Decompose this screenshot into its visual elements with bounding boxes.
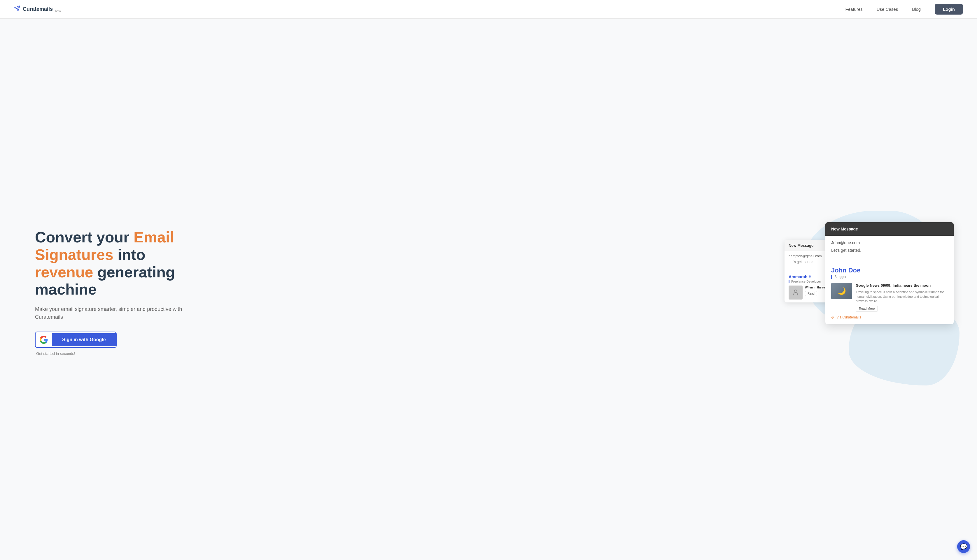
via-icon: ✈ (831, 315, 835, 320)
article-desc: Traveling to space is both a scientific … (856, 290, 948, 303)
email-large-article: 🌙 Google News 09/09: India nears the moo… (831, 283, 948, 312)
nav-features[interactable]: Features (845, 7, 863, 12)
email-card-large: New Message John@doe.com Let's get start… (825, 222, 954, 324)
nav-blog[interactable]: Blog (912, 7, 921, 12)
logo[interactable]: Curatemails beta (14, 5, 61, 13)
navbar: Curatemails beta Features Use Cases Blog… (0, 0, 977, 18)
email-large-msg: Let's get started. (831, 248, 948, 253)
email-large-sig-role: Blogger (831, 275, 948, 279)
email-large-divider: -- (831, 260, 948, 264)
email-large-body: John@doe.com Let's get started. -- John … (825, 236, 954, 324)
logo-text: Curatemails (23, 6, 53, 12)
nav-use-cases[interactable]: Use Cases (877, 7, 898, 12)
google-btn-label: Sign in with Google (52, 333, 116, 346)
logo-beta: beta (55, 10, 61, 13)
email-small-read-more[interactable]: Read (805, 291, 817, 296)
chat-support-button[interactable]: 💬 (957, 540, 970, 553)
via-label: Via Curatemails (836, 315, 861, 319)
email-large-header: New Message (825, 222, 954, 236)
svg-point-2 (794, 290, 797, 293)
article-text-content: Google News 09/09: India nears the moon … (856, 283, 948, 312)
hero-title: Convert your Email Signatures into reven… (35, 229, 210, 298)
email-large-header-title: New Message (831, 227, 858, 231)
email-large-sig-name: John Doe (831, 267, 948, 274)
article-title: Google News 09/09: India nears the moon (856, 283, 948, 288)
email-mockups: New Message hampton@gmail.com Let's get … (785, 222, 954, 362)
sign-in-google-button[interactable]: Sign in with Google (35, 332, 117, 348)
chat-icon: 💬 (960, 543, 967, 550)
logo-icon (14, 5, 20, 13)
nav-links: Features Use Cases Blog Login (845, 4, 963, 15)
google-icon-wrapper (35, 332, 52, 347)
hero-section: Convert your Email Signatures into reven… (0, 18, 977, 560)
article-read-more-button[interactable]: Read More (856, 306, 878, 312)
login-button[interactable]: Login (935, 4, 963, 15)
hero-title-part2: into (114, 246, 146, 263)
article-img-placeholder: 🌙 (831, 283, 852, 299)
via-curatemails: ✈ Via Curatemails (831, 315, 948, 320)
article-thumbnail: 🌙 (831, 283, 852, 299)
email-small-header-title: New Message (789, 243, 813, 248)
hero-title-part1: Convert your (35, 229, 134, 246)
email-small-article-img (789, 285, 803, 300)
hero-content: Convert your Email Signatures into reven… (35, 229, 210, 356)
hero-subtitle: Make your email signature smarter, simpl… (35, 305, 210, 321)
hero-title-highlight2: revenue (35, 264, 93, 281)
email-large-to: John@doe.com (831, 240, 948, 245)
cta-subtext: Get started in seconds! (35, 352, 210, 356)
google-g-icon (40, 336, 48, 344)
